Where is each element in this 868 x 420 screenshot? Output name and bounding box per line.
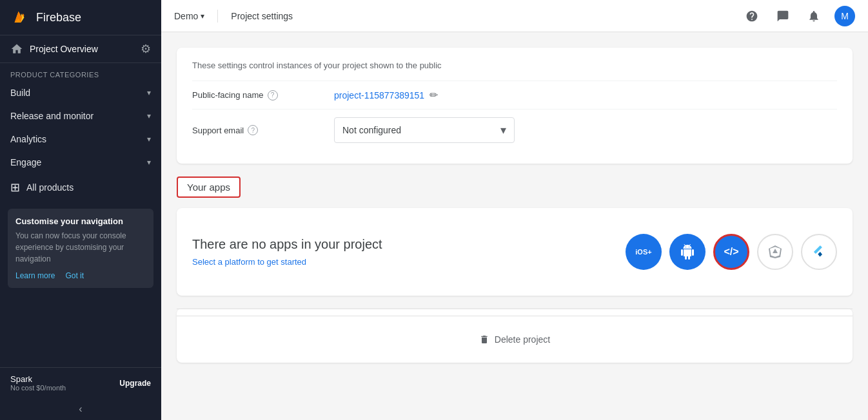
public-name-help-icon[interactable]: ? [268, 90, 278, 100]
web-icon: </> [724, 246, 738, 258]
avatar[interactable]: M [834, 6, 855, 26]
unity-platform-button[interactable] [757, 234, 793, 270]
demo-chevron-icon: ▾ [201, 12, 204, 21]
unity-icon [767, 244, 783, 260]
support-email-help-icon[interactable]: ? [248, 125, 258, 135]
all-products-label: All products [26, 182, 74, 193]
upgrade-button[interactable]: Upgrade [119, 379, 151, 388]
all-products-item[interactable]: ⊞ All products [0, 174, 161, 201]
project-overview-item[interactable]: Project Overview ⚙ [0, 35, 161, 63]
plan-details: Spark No cost $0/month [10, 374, 66, 392]
your-apps-section: Your apps There are no apps in your proj… [177, 177, 853, 296]
firebase-logo-icon [10, 8, 30, 27]
public-name-label: Public-facing name ? [192, 90, 321, 100]
plan-cost: No cost $0/month [10, 384, 66, 392]
sidebar: Firebase Project Overview ⚙ Product cate… [0, 0, 161, 420]
chevron-down-icon: ▾ [147, 111, 151, 120]
main-area: Demo ▾ Project settings M These settings… [161, 0, 868, 420]
plan-info: Spark No cost $0/month Upgrade [10, 374, 151, 392]
settings-card: These settings control instances of your… [177, 48, 853, 164]
chevron-down-icon: ▾ [147, 88, 151, 97]
product-categories-label: Product categories [0, 63, 161, 81]
apps-empty-state: There are no apps in your project Select… [192, 234, 837, 270]
project-settings-label: Project settings [231, 11, 293, 21]
apps-empty-title: There are no apps in your project [192, 237, 382, 252]
delete-project-button[interactable]: Delete project [469, 329, 560, 350]
edit-public-name-icon[interactable]: ✏ [429, 89, 438, 101]
got-it-link[interactable]: Got it [65, 271, 84, 280]
delete-project-section: Delete project [177, 316, 853, 363]
sidebar-item-analytics[interactable]: Analytics ▾ [0, 128, 161, 151]
public-name-row: Public-facing name ? project-11587738915… [192, 81, 837, 109]
flutter-icon [811, 244, 827, 260]
topbar-divider [217, 10, 218, 23]
help-icon[interactable] [742, 6, 762, 26]
settings-icon[interactable]: ⚙ [141, 42, 151, 56]
settings-description: These settings control instances of your… [192, 61, 837, 70]
trash-icon [479, 334, 489, 345]
customise-description: You can now focus your console experienc… [15, 230, 146, 265]
platform-buttons: iOS+ </> [626, 234, 837, 270]
notification-icon[interactable] [804, 6, 824, 26]
topbar-right: M [742, 6, 855, 26]
sidebar-footer: Spark No cost $0/month Upgrade [0, 367, 161, 398]
chevron-down-icon: ▾ [147, 135, 151, 144]
your-apps-label: Your apps [177, 177, 241, 198]
customise-title: Customise your navigation [15, 216, 146, 226]
dropdown-arrow-icon: ▾ [500, 123, 506, 137]
apps-empty-subtitle[interactable]: Select a platform to get started [192, 257, 382, 267]
project-name: Project Overview [30, 44, 134, 54]
web-platform-button[interactable]: </> [713, 234, 749, 270]
ios-platform-button[interactable]: iOS+ [626, 234, 662, 270]
chevron-down-icon: ▾ [147, 158, 151, 167]
sidebar-item-release-monitor[interactable]: Release and monitor ▾ [0, 104, 161, 128]
sidebar-header: Firebase [0, 0, 161, 35]
chat-icon[interactable] [773, 6, 793, 26]
grid-icon: ⊞ [10, 180, 20, 195]
plan-name: Spark [10, 374, 66, 384]
collapse-sidebar-button[interactable]: ‹ [0, 398, 161, 420]
content-area: These settings control instances of your… [161, 32, 868, 420]
support-email-dropdown[interactable]: Not configured ▾ [334, 117, 515, 143]
android-icon [680, 244, 695, 260]
apps-empty-text: There are no apps in your project Select… [192, 237, 382, 267]
home-icon [10, 43, 23, 55]
demo-label: Demo [174, 11, 198, 21]
support-email-value: Not configured [342, 125, 495, 135]
topbar: Demo ▾ Project settings M [161, 0, 868, 32]
support-email-label: Support email ? [192, 125, 321, 135]
customise-links: Learn more Got it [15, 271, 146, 280]
sidebar-item-build[interactable]: Build ▾ [0, 81, 161, 104]
apps-card: There are no apps in your project Select… [177, 208, 853, 296]
public-name-value: project-115877389151 ✏ [334, 89, 438, 101]
app-name: Firebase [36, 11, 81, 24]
demo-selector[interactable]: Demo ▾ [174, 11, 204, 21]
android-platform-button[interactable] [669, 234, 705, 270]
sidebar-item-engage[interactable]: Engage ▾ [0, 151, 161, 174]
support-email-row: Support email ? Not configured ▾ [192, 109, 837, 151]
flutter-platform-button[interactable] [801, 234, 837, 270]
customise-navigation-box: Customise your navigation You can now fo… [8, 209, 153, 288]
delete-project-label: Delete project [495, 334, 550, 345]
learn-more-link[interactable]: Learn more [15, 271, 55, 280]
